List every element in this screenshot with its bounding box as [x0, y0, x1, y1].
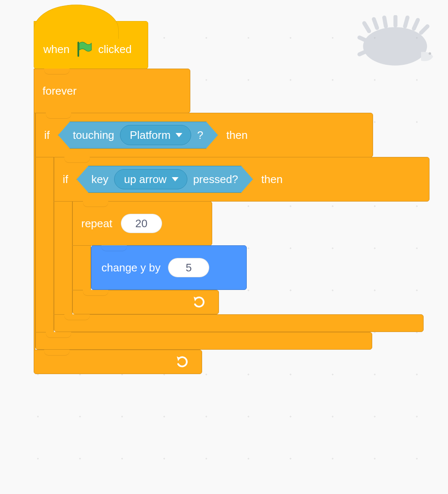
dropdown-touching-target[interactable]: Platform	[120, 125, 191, 145]
key-prefix: key	[91, 173, 108, 186]
hat-when-flag-clicked[interactable]: when clicked	[34, 21, 148, 69]
change-y-by-label: change y by	[101, 261, 160, 274]
script-stack: when clicked forever if	[34, 21, 429, 374]
hat-when-label: when	[43, 43, 69, 56]
block-change-y-by[interactable]: change y by 5	[91, 245, 247, 290]
then-label-2: then	[261, 173, 283, 186]
block-if-touching-platform[interactable]: if touching Platform ? then	[35, 113, 429, 350]
dropdown-key[interactable]: up arrow	[114, 169, 187, 189]
input-change-y-value[interactable]: 5	[168, 258, 209, 277]
green-flag-icon	[75, 41, 92, 58]
loop-arrow-icon	[192, 296, 207, 308]
touching-suffix: ?	[197, 129, 203, 142]
caret-down-icon	[176, 133, 182, 137]
forever-label: forever	[43, 85, 77, 98]
dropdown-touching-value: Platform	[130, 129, 171, 142]
block-repeat[interactable]: repeat 20	[72, 201, 429, 314]
reporter-touching[interactable]: touching Platform ?	[58, 122, 218, 149]
loop-arrow-icon	[176, 356, 190, 368]
then-label: then	[227, 129, 248, 142]
dropdown-key-value: up arrow	[124, 173, 166, 186]
block-forever[interactable]: forever if touching Platform	[34, 69, 429, 374]
hat-clicked-label: clicked	[98, 43, 131, 56]
repeat-label: repeat	[81, 217, 112, 230]
block-if-key-pressed[interactable]: if key up arrow pressed?	[54, 157, 429, 332]
key-suffix: pressed?	[193, 173, 238, 186]
touching-prefix: touching	[73, 129, 114, 142]
if-label-2: if	[63, 173, 68, 186]
input-repeat-count[interactable]: 20	[121, 214, 162, 233]
reporter-key-pressed[interactable]: key up arrow pressed?	[77, 166, 253, 193]
if-label: if	[44, 129, 50, 142]
caret-down-icon	[172, 177, 179, 181]
